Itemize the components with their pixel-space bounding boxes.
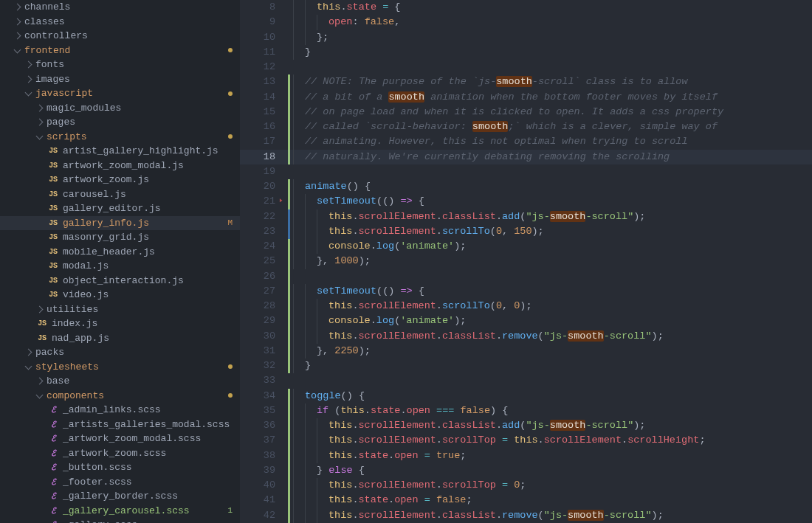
file-row[interactable]: JScarousel.js <box>0 187 240 202</box>
code-line[interactable]: this.scrollElement.scrollTop = 0; <box>293 478 812 493</box>
file-row[interactable]: JSartist_gallery_highlight.js <box>0 144 240 159</box>
file-row[interactable]: ℰ_gallery_border.scss <box>0 489 240 504</box>
code-line[interactable]: } <box>293 359 812 373</box>
chevron-right-icon[interactable] <box>14 4 21 11</box>
folder-row[interactable]: javascript <box>0 86 240 101</box>
code-line[interactable]: this.scrollElement.scrollTo(0, 150); <box>293 224 812 239</box>
chevron-down-icon[interactable] <box>25 362 32 370</box>
code-line[interactable] <box>293 269 812 284</box>
tree-item-label: components <box>47 389 228 403</box>
code-line[interactable]: toggle() { <box>293 389 812 403</box>
code-line[interactable]: }, 2250); <box>293 344 812 359</box>
code-line[interactable]: // called `scroll-behavior: smooth;` whi… <box>293 120 812 134</box>
code-line[interactable]: animate() { <box>293 179 812 194</box>
chevron-down-icon[interactable] <box>14 46 21 53</box>
file-row[interactable]: JSindex.js <box>0 316 240 331</box>
chevron-right-icon[interactable] <box>25 61 32 69</box>
scss-file-icon: ℰ <box>48 403 58 418</box>
tree-item-label: frontend <box>24 44 228 58</box>
tree-item-label: javascript <box>35 86 228 101</box>
file-row[interactable]: JSmobile_header.js <box>0 245 240 260</box>
file-row[interactable]: JSartwork_zoom.js <box>0 173 240 187</box>
code-line[interactable] <box>293 373 812 388</box>
folder-row[interactable]: packs <box>0 345 240 360</box>
code-area[interactable]: this.state = {open: false,};}// NOTE: Th… <box>293 0 812 523</box>
folder-row[interactable]: controllers <box>0 29 240 44</box>
file-row[interactable]: ℰ_admin_links.scss <box>0 403 240 418</box>
code-line[interactable]: this.state.open = true; <box>293 448 812 463</box>
code-line[interactable]: this.scrollElement.scrollTo(0, 0); <box>293 299 812 314</box>
file-row[interactable]: JSobject_interaction.js <box>0 274 240 288</box>
line-number: 29 <box>240 314 286 328</box>
code-line[interactable]: this.scrollElement.classList.add("js-smo… <box>293 418 812 433</box>
file-row[interactable]: JSvideo.js <box>0 288 240 302</box>
file-tree[interactable]: channelsclassescontrollersfrontendfontsi… <box>0 0 240 523</box>
folder-row[interactable]: images <box>0 72 240 87</box>
code-line[interactable]: } <box>293 45 812 60</box>
code-line[interactable]: // NOTE: The purpose of the `js-smooth-s… <box>293 75 812 89</box>
folder-row[interactable]: frontend <box>0 44 240 58</box>
chevron-right-icon[interactable] <box>36 305 44 313</box>
chevron-down-icon[interactable] <box>36 391 44 398</box>
chevron-right-icon[interactable] <box>36 119 44 126</box>
file-row[interactable]: JSmodal.js <box>0 259 240 274</box>
code-line[interactable]: }; <box>293 30 812 45</box>
code-line[interactable]: console.log('animate'); <box>293 314 812 328</box>
chevron-down-icon[interactable] <box>36 132 44 139</box>
file-row[interactable]: ℰ_artwork_zoom_modal.scss <box>0 432 240 446</box>
code-editor[interactable]: 8910111213141516171819202122232425262728… <box>240 0 812 523</box>
code-line[interactable]: // on page load and when it is clicked t… <box>293 105 812 120</box>
code-line[interactable] <box>293 164 812 179</box>
code-line[interactable]: this.scrollElement.scrollTop = this.scro… <box>293 433 812 448</box>
folder-row[interactable]: scripts <box>0 130 240 145</box>
folder-row[interactable]: stylesheets <box>0 360 240 375</box>
chevron-right-icon[interactable] <box>36 378 44 385</box>
chevron-right-icon[interactable] <box>25 349 32 356</box>
file-row[interactable]: ℰ_button.scss <box>0 460 240 475</box>
code-line[interactable]: this.scrollElement.classList.remove("js-… <box>293 508 812 523</box>
code-line[interactable]: open: false, <box>293 15 812 30</box>
file-row[interactable]: JSgallery_info.jsM <box>0 216 240 231</box>
code-line[interactable]: }, 1000); <box>293 254 812 269</box>
file-row[interactable]: JSgallery_editor.js <box>0 201 240 216</box>
tree-item-label: mobile_header.js <box>63 245 233 260</box>
code-line[interactable] <box>293 60 812 75</box>
file-row[interactable]: JSnad_app.js <box>0 331 240 346</box>
file-row[interactable]: ℰ_footer.scss <box>0 475 240 490</box>
line-number: 42 <box>240 508 286 523</box>
code-line[interactable]: // a bit of a smooth animation when the … <box>293 90 812 105</box>
code-line[interactable]: this.scrollElement.classList.remove("js-… <box>293 329 812 344</box>
folder-row[interactable]: fonts <box>0 58 240 72</box>
code-line[interactable]: } else { <box>293 463 812 478</box>
line-number: 8 <box>240 0 286 15</box>
file-row[interactable]: JSmasonry_grid.js <box>0 230 240 245</box>
chevron-right-icon[interactable] <box>36 104 44 111</box>
folder-row[interactable]: magic_modules <box>0 101 240 116</box>
code-line[interactable]: if (this.state.open === false) { <box>293 403 812 418</box>
code-line[interactable]: setTimeout(() => { <box>293 284 812 299</box>
code-line[interactable]: console.log('animate'); <box>293 239 812 254</box>
code-line[interactable]: // naturally. We're currently debating r… <box>240 150 812 164</box>
chevron-right-icon[interactable] <box>25 75 32 83</box>
folder-row[interactable]: channels <box>0 0 240 15</box>
code-line[interactable]: this.scrollElement.classList.add("js-smo… <box>293 209 812 224</box>
code-line[interactable]: this.state.open = false; <box>293 493 812 508</box>
folder-row[interactable]: components <box>0 389 240 403</box>
chevron-down-icon[interactable] <box>25 89 32 97</box>
file-row[interactable]: ℰ_artwork_zoom.scss <box>0 446 240 461</box>
file-row[interactable]: ℰ_artists_galleries_modal.scss <box>0 418 240 432</box>
folder-row[interactable]: classes <box>0 15 240 30</box>
chevron-right-icon[interactable] <box>14 32 21 40</box>
code-line[interactable]: setTimeout(() => { <box>293 194 812 209</box>
fold-caret-icon[interactable]: ▸ <box>279 190 283 211</box>
file-row[interactable]: JSartwork_zoom_modal.js <box>0 159 240 173</box>
file-row[interactable]: ℰ_gallery.scss <box>0 518 240 523</box>
chevron-right-icon[interactable] <box>14 18 21 25</box>
file-row[interactable]: ℰ_gallery_carousel.scss1 <box>0 504 240 519</box>
folder-row[interactable]: utilities <box>0 302 240 317</box>
scss-file-icon: ℰ <box>48 460 58 475</box>
folder-row[interactable]: base <box>0 374 240 389</box>
folder-row[interactable]: pages <box>0 115 240 130</box>
code-line[interactable]: // animating. However, this is not optim… <box>293 134 812 149</box>
code-line[interactable]: this.state = { <box>293 0 812 15</box>
